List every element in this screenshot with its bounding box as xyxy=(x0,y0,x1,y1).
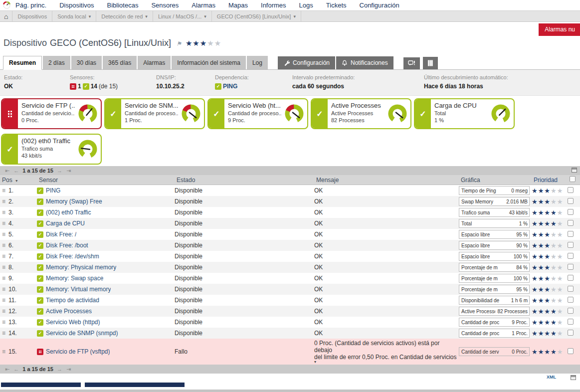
tab-configuraci-n[interactable]: Configuración xyxy=(278,56,335,69)
select-all-checkbox[interactable] xyxy=(570,176,576,182)
popout-icon[interactable] xyxy=(572,168,577,173)
sensor-link[interactable]: Disk Free: / xyxy=(46,231,76,238)
nav-item-p-g-princ[interactable]: Pág. princ. xyxy=(15,1,46,9)
mini-graph[interactable]: Cantidad de serv0 Proc. xyxy=(459,347,530,356)
priority-stars[interactable]: ★★★★★ xyxy=(532,231,568,238)
nav-item-dispositivos[interactable]: Dispositivos xyxy=(59,1,94,9)
drag-handle-icon[interactable]: ≡ xyxy=(2,348,5,355)
drag-handle-icon[interactable]: ≡ xyxy=(2,231,5,238)
header-sensor[interactable]: Sensor xyxy=(37,177,175,184)
gauge-card-carga-de-cpu[interactable]: ✓Carga de CPUTotal1 % xyxy=(414,98,515,129)
sensor-link[interactable]: Servicio de FTP (vsftpd) xyxy=(46,348,110,355)
priority-stars[interactable]: ★★★★★ xyxy=(532,198,568,205)
mini-graph[interactable]: Cantidad de proc9 Proc. xyxy=(459,318,530,327)
tab-notificaciones[interactable]: Notificaciones xyxy=(336,56,393,69)
header-pos[interactable]: Pos xyxy=(0,177,37,184)
drag-handle-icon[interactable]: ≡ xyxy=(2,319,5,326)
breadcrumb-detecci-n-de-red[interactable]: Detección de red xyxy=(96,11,153,21)
breadcrumb-linux-macos[interactable]: Linux / MacOS /... xyxy=(153,11,212,21)
mini-graph[interactable]: Swap Memory2.016 MB xyxy=(459,197,530,206)
header-grafica[interactable]: Gráfica xyxy=(459,177,532,184)
tab-30-d-as[interactable]: 30 días xyxy=(71,56,102,69)
drag-handle-icon[interactable]: ≡ xyxy=(2,330,5,337)
drag-handle-icon[interactable]: ≡ xyxy=(2,308,5,315)
drag-handle-icon[interactable]: ≡ xyxy=(2,198,5,205)
prev-page-icon[interactable]: ← xyxy=(13,168,19,174)
row-checkbox[interactable] xyxy=(568,264,574,270)
mini-graph[interactable]: Trafico suma43 kbit/s xyxy=(459,208,530,217)
sensor-link[interactable]: Servicio Web (httpd) xyxy=(46,319,100,326)
gauge-card-active-processes[interactable]: ✓Active ProcessesActive Processes82 Proc… xyxy=(311,98,411,129)
sensor-link[interactable]: Memory: Physical memory xyxy=(46,264,116,271)
priority-stars[interactable]: ★★★★★ xyxy=(532,242,568,249)
priority-stars[interactable]: ★★★★★ xyxy=(532,348,568,356)
tab-resumen[interactable]: Resumen xyxy=(3,56,42,70)
gauge-card-002-eth0-traffic[interactable]: ✓(002) eth0 TrafficTrafico suma43 kbit/s xyxy=(1,134,102,165)
drag-handle-icon[interactable]: ≡ xyxy=(2,297,5,304)
priority-stars[interactable]: ★★★★★ xyxy=(532,330,568,337)
priority-stars[interactable]: ★★★★★ xyxy=(532,319,568,326)
mini-graph[interactable]: Porcentaje de m84 % xyxy=(459,263,530,272)
new-alarms-button[interactable]: Alarmas nu xyxy=(539,23,580,36)
sensor-link[interactable]: Memory: Swap space xyxy=(46,275,103,282)
last-page-icon[interactable]: ⇥ xyxy=(66,366,71,373)
row-checkbox[interactable] xyxy=(568,231,574,237)
header-estado[interactable]: Estado xyxy=(175,177,314,184)
drag-handle-icon[interactable]: ≡ xyxy=(2,253,5,260)
drag-handle-icon[interactable]: ≡ xyxy=(2,275,5,282)
sensor-link[interactable]: Carga de CPU xyxy=(46,220,85,227)
priority-stars[interactable]: ★★★★★ xyxy=(532,275,568,282)
first-page-icon[interactable]: ⇤ xyxy=(5,366,9,373)
mini-graph[interactable]: Espacio libre95 % xyxy=(459,230,530,239)
priority-stars[interactable]: ★★★★★ xyxy=(532,187,568,195)
priority-stars[interactable]: ★★★★★ xyxy=(532,220,568,227)
drag-handle-icon[interactable]: ≡ xyxy=(2,286,5,293)
drag-handle-icon[interactable]: ≡ xyxy=(2,264,5,271)
priority-stars[interactable]: ★★★★★ xyxy=(532,209,568,216)
sensor-link[interactable]: Memory (Swap) Free xyxy=(46,198,102,205)
priority-stars[interactable]: ★★★★★ xyxy=(532,308,568,315)
nav-item-logs[interactable]: Logs xyxy=(299,1,313,9)
row-checkbox[interactable] xyxy=(568,198,574,204)
mini-graph[interactable]: Tiempo de Ping0 mseg xyxy=(459,186,530,195)
mini-graph[interactable]: Espacio libre100 % xyxy=(459,252,530,261)
nav-item-informes[interactable]: Informes xyxy=(261,1,286,9)
priority-stars[interactable]: ★★★★★ xyxy=(532,286,568,293)
last-page-icon[interactable]: ⇥ xyxy=(66,168,71,174)
mini-graph[interactable]: Porcentaje de m100 % xyxy=(459,274,530,283)
breadcrumb-sonda-local[interactable]: Sonda local xyxy=(52,11,96,21)
sensor-link[interactable]: Servicio de SNMP (snmpd) xyxy=(46,330,118,337)
drag-handle-icon[interactable]: ≡ xyxy=(2,187,5,194)
sensor-link[interactable]: Memory: Virtual memory xyxy=(46,286,111,293)
sensor-link[interactable]: PING xyxy=(46,187,60,194)
nav-item-mapas[interactable]: Mapas xyxy=(228,1,248,9)
row-checkbox[interactable] xyxy=(568,348,574,354)
sensor-link[interactable]: Disk Free: /boot xyxy=(46,242,88,249)
mini-graph[interactable]: Porcentaje de m95 % xyxy=(459,285,530,294)
mini-graph[interactable]: Cantidad de proc1 Proc. xyxy=(459,329,530,338)
tab-device-log[interactable] xyxy=(423,57,438,69)
xml-export-link[interactable]: XML xyxy=(547,375,556,380)
next-page-icon[interactable]: → xyxy=(57,366,62,372)
dependency-link[interactable]: PING xyxy=(223,83,237,90)
prev-page-icon[interactable]: ← xyxy=(13,366,19,372)
row-checkbox[interactable] xyxy=(568,319,574,325)
row-checkbox[interactable] xyxy=(568,209,574,215)
first-page-icon[interactable]: ⇤ xyxy=(5,168,9,174)
gauge-card-servicio-de-snm[interactable]: ✓Servicio de SNM...Cantidad de proceso..… xyxy=(104,98,205,129)
row-checkbox[interactable] xyxy=(568,220,574,226)
header-mensaje[interactable]: Mensaje xyxy=(314,177,459,184)
nav-item-tickets[interactable]: Tickets xyxy=(326,1,347,9)
sensor-link[interactable]: (002) eth0 Traffic xyxy=(46,209,91,216)
priority-stars[interactable]: ★★★★★ xyxy=(532,264,568,271)
breadcrumb-geco-centos6-linux-unix[interactable]: GECO (CentOS6) [Linux/Unix] xyxy=(212,11,301,21)
row-checkbox[interactable] xyxy=(568,297,574,303)
nav-item-configuraci-n[interactable]: Configuración xyxy=(360,1,399,9)
tab-log[interactable]: Log xyxy=(247,56,268,69)
row-checkbox[interactable] xyxy=(568,330,574,336)
row-checkbox[interactable] xyxy=(568,308,574,314)
drag-handle-icon[interactable]: ≡ xyxy=(2,242,5,249)
row-checkbox[interactable] xyxy=(568,253,574,259)
mini-graph[interactable]: Espacio libre90 % xyxy=(459,241,530,250)
tab-informaci-n-del-sistema[interactable]: Información del sistema xyxy=(172,56,246,69)
